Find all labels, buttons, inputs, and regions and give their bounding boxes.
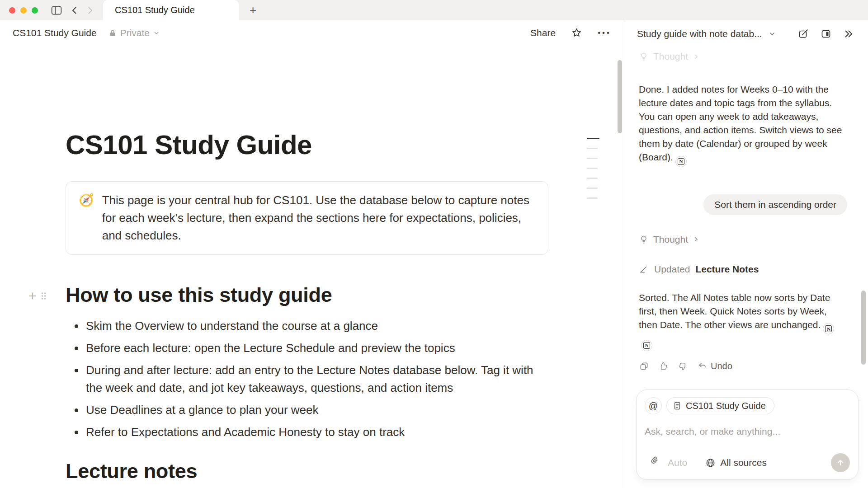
ai-panel-header: Study guide with note datab... <box>625 20 868 47</box>
bullet-list: Skim the Overview to understand the cour… <box>66 317 548 441</box>
back-icon[interactable] <box>70 5 80 15</box>
lock-icon <box>108 29 117 37</box>
edit-pencil-icon <box>639 264 649 274</box>
app-body: CS101 Study Guide Private Share ••• <box>0 20 868 488</box>
tab-cs101-study-guide[interactable]: CS101 Study Guide <box>103 0 239 20</box>
main-content: CS101 Study Guide Private Share ••• <box>0 20 625 488</box>
thought-label: Thought <box>653 51 688 62</box>
section-heading-how-to-use[interactable]: How to use this study guide <box>66 283 548 307</box>
sidebar-toggle-icon[interactable] <box>51 5 62 16</box>
new-tab-button[interactable]: + <box>250 3 256 17</box>
lightbulb-icon <box>639 52 649 61</box>
callout-text: This page is your central hub for CS101.… <box>102 192 535 244</box>
context-chip[interactable]: CS101 Study Guide <box>666 397 774 414</box>
updated-target: Lecture Notes <box>695 264 759 275</box>
notion-page-badge-icon[interactable]: N <box>823 323 834 334</box>
toc-indicator[interactable] <box>587 138 599 199</box>
page-icon <box>673 401 682 410</box>
titlebar: CS101 Study Guide + <box>0 0 868 20</box>
ai-thread-title: Study guide with note datab... <box>637 28 762 39</box>
user-message: Sort them in ascending order <box>703 194 847 215</box>
thought-toggle[interactable]: Thought <box>639 234 847 245</box>
globe-icon <box>705 458 716 468</box>
window-controls <box>0 7 38 14</box>
more-options-icon[interactable]: ••• <box>598 28 611 38</box>
minimize-window-button[interactable] <box>20 7 27 14</box>
privacy-label: Private <box>120 28 150 38</box>
list-item[interactable]: During and after lecture: add an entry t… <box>66 361 548 397</box>
panel-layout-icon[interactable] <box>821 28 831 39</box>
fullscreen-window-button[interactable] <box>32 7 38 14</box>
ai-input-card: @ CS101 Study Guide Ask, search, or make… <box>636 389 859 480</box>
assistant-message: Done. I added notes for Weeks 0–10 with … <box>639 83 847 167</box>
notion-page-badge-icon[interactable]: N <box>675 156 687 167</box>
chevron-down-icon <box>153 30 160 36</box>
compass-icon: 🧭 <box>79 192 94 244</box>
notion-page-badge-icon[interactable]: N <box>641 340 652 351</box>
forward-icon[interactable] <box>85 5 95 15</box>
privacy-control[interactable]: Private <box>108 28 160 38</box>
panel-scrollbar[interactable] <box>861 291 866 365</box>
block-gutter: + <box>28 289 47 303</box>
ai-input[interactable]: Ask, search, or make anything... <box>645 426 850 437</box>
chevron-right-icon <box>693 236 699 243</box>
new-chat-compose-icon[interactable] <box>798 28 809 39</box>
tab-title: CS101 Study Guide <box>115 5 195 15</box>
collapse-panel-icon[interactable] <box>843 28 854 39</box>
add-block-button[interactable]: + <box>28 289 37 303</box>
assistant-message: Sorted. The All Notes table now sorts by… <box>639 291 847 351</box>
page-title[interactable]: CS101 Study Guide <box>66 129 548 160</box>
copy-icon[interactable] <box>639 361 649 371</box>
close-window-button[interactable] <box>9 7 15 14</box>
undo-arrow-icon <box>697 361 708 371</box>
mode-selector[interactable]: Auto <box>668 457 687 468</box>
notion-window: CS101 Study Guide + CS101 Study Guide Pr… <box>0 0 868 488</box>
list-item[interactable]: Refer to Expectations and Academic Hones… <box>66 423 548 441</box>
list-item[interactable]: Skim the Overview to understand the cour… <box>66 317 548 335</box>
undo-button[interactable]: Undo <box>697 361 732 371</box>
chevron-right-icon <box>693 53 699 60</box>
thought-toggle[interactable]: Thought <box>639 51 847 62</box>
main-scrollbar[interactable] <box>618 60 622 133</box>
list-item[interactable]: Use Deadlines at a glance to plan your w… <box>66 401 548 419</box>
mention-button[interactable]: @ <box>645 397 662 414</box>
favorite-star-icon[interactable] <box>571 27 582 38</box>
updated-label: Updated <box>654 264 690 275</box>
updated-database-row[interactable]: Updated Lecture Notes <box>639 264 847 275</box>
thumbs-down-icon[interactable] <box>678 361 688 371</box>
drag-handle-icon[interactable] <box>40 291 47 301</box>
breadcrumb[interactable]: CS101 Study Guide <box>13 28 97 38</box>
attach-paperclip-icon[interactable] <box>645 458 655 468</box>
section-heading-lecture-notes[interactable]: Lecture notes <box>66 459 548 483</box>
share-button[interactable]: Share <box>530 28 556 38</box>
message-actions: Undo <box>639 361 847 371</box>
ai-thread-selector[interactable]: Study guide with note datab... <box>637 28 776 39</box>
ai-panel: Study guide with note datab... <box>625 20 868 488</box>
list-item[interactable]: Before each lecture: open the Lecture Sc… <box>66 339 548 357</box>
page-scroll-area: CS101 Study Guide 🧭 This page is your ce… <box>0 45 625 488</box>
thought-label: Thought <box>653 234 688 245</box>
chevron-down-icon <box>769 30 776 38</box>
send-button[interactable] <box>831 453 850 472</box>
lightbulb-icon <box>639 235 649 244</box>
thumbs-up-icon[interactable] <box>658 361 669 371</box>
callout-block[interactable]: 🧭 This page is your central hub for CS10… <box>66 181 548 255</box>
sources-selector[interactable]: All sources <box>705 457 767 468</box>
page-header: CS101 Study Guide Private Share ••• <box>0 20 625 45</box>
arrow-up-icon <box>835 458 845 468</box>
